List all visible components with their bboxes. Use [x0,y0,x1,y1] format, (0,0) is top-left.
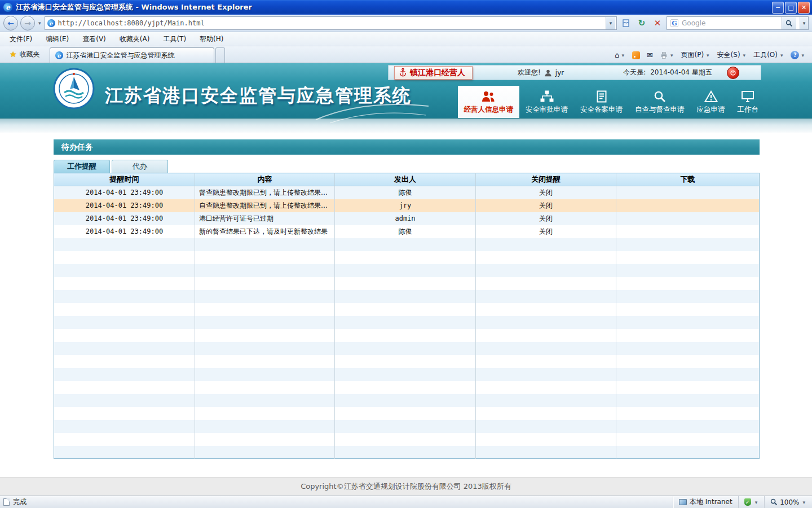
table-cell [335,433,476,446]
table-row: 2014-04-01 23:49:00新的督查结果已下达，请及时更新整改结果陈俊… [54,225,760,238]
table-cell [335,342,476,355]
table-cell [476,420,616,433]
table-cell: 港口经营许可证号已过期 [195,212,335,225]
search-input[interactable]: Google [682,19,778,27]
new-tab-button[interactable] [215,47,225,63]
table-cell [195,277,335,290]
logout-button[interactable] [727,67,739,79]
safety-menu-button[interactable]: 安全(S)▾ [717,50,747,60]
refresh-button[interactable]: ↻ [635,16,648,30]
table-cell [195,238,335,251]
table-cell: 2014-04-01 23:49:00 [54,199,195,212]
nav-safety-record[interactable]: 安全备案申请 [574,86,629,118]
close-reminder-link[interactable]: 关闭 [476,225,616,238]
print-button[interactable]: ▾ [660,51,674,59]
favorites-button[interactable]: ★ 收藏夹 [5,47,45,61]
back-button[interactable]: ← [3,16,18,30]
table-cell [195,433,335,446]
status-text: 完成 [13,497,27,507]
close-reminder-link[interactable]: 关闭 [476,212,616,225]
protected-mode-dropdown[interactable]: ▾ [754,500,759,505]
table-row: 2014-04-01 23:49:00自查隐患整改期限已到，请上传整改结果…jr… [54,199,760,212]
recent-pages-dropdown[interactable]: ▾ [37,20,42,26]
feed-button[interactable] [632,51,640,59]
status-bar: 完成 本地 Intranet ✓ ▾ 100% ▾ [0,496,812,508]
search-options-dropdown[interactable]: ▾ [800,17,808,29]
role-badge: 镇江港口经营人 [394,66,473,80]
table-cell [476,238,616,251]
nav-safety-approval[interactable]: 安全审批申请 [519,86,574,118]
table-row [54,342,760,355]
warning-icon [704,89,718,103]
tab-favicon-icon: e [55,51,63,59]
tools-menu-button[interactable]: 工具(O)▾ [753,50,784,60]
table-cell [335,355,476,368]
menu-view[interactable]: 查看(V) [76,33,112,46]
maximize-button[interactable]: □ [785,2,797,14]
zoom-control[interactable]: 100% ▾ [764,496,812,508]
nav-inspection[interactable]: 自查与督查申请 [629,86,691,118]
close-reminder-link[interactable]: 关闭 [476,199,616,212]
nav-workbench[interactable]: 工作台 [731,86,765,118]
table-cell [335,264,476,277]
search-go-button[interactable] [782,17,796,29]
forward-button[interactable]: → [20,16,35,30]
table-row [54,277,760,290]
help-button[interactable]: ?▾ [791,51,805,59]
table-cell [616,329,760,342]
search-box[interactable]: G Google ▾ [667,16,809,30]
col-header-download: 下载 [616,173,760,186]
help-icon: ? [791,51,799,59]
table-cell [54,238,195,251]
table-row [54,420,760,433]
zoom-value: 100% [780,498,799,506]
tab-todo[interactable]: 代办 [112,160,168,173]
task-tabs: 工作提醒 代办 [54,160,760,173]
browser-tab[interactable]: e 江苏省港口安全监管与应急管理系统 [50,47,214,63]
username: jyr [555,69,564,77]
home-button[interactable]: ⌂▾ [615,51,625,59]
menu-edit[interactable]: 编辑(E) [39,33,75,46]
feed-icon [632,51,640,59]
nav-emergency[interactable]: 应急申请 [691,86,731,118]
table-row: 2014-04-01 23:49:00港口经营许可证号已过期admin关闭 [54,212,760,225]
table-cell [335,394,476,407]
table-cell [54,355,195,368]
welcome-label: 欢迎您! [518,68,541,77]
address-input[interactable]: e http://localhost:8080/yjpt/Main.html ▾ [45,16,617,30]
nav-label: 自查与督查申请 [635,105,685,115]
stop-button[interactable]: ✕ [651,16,664,30]
col-header-sender: 发出人 [335,173,476,186]
compatibility-view-button[interactable] [619,16,633,30]
url-text[interactable]: http://localhost:8080/yjpt/Main.html [58,19,603,27]
operators-icon [481,89,496,103]
table-cell [476,290,616,303]
table-cell [195,446,335,459]
menu-help[interactable]: 帮助(H) [193,33,230,46]
read-mail-button[interactable]: ✉ [647,51,653,59]
minimize-button[interactable]: ─ [772,2,784,14]
table-cell [476,329,616,342]
protected-mode-cell[interactable]: ✓ ▾ [738,496,765,508]
table-cell [54,446,195,459]
menu-favorites[interactable]: 收藏夹(A) [113,33,156,46]
nav-operator-info[interactable]: 经营人信息申请 [458,86,520,118]
autocomplete-dropdown[interactable]: ▾ [606,17,615,29]
table-cell [54,277,195,290]
page-menu-button[interactable]: 页面(P)▾ [681,50,710,60]
close-reminder-link[interactable]: 关闭 [476,186,616,199]
menu-tools[interactable]: 工具(T) [157,33,192,46]
document-icon [596,89,607,103]
table-row [54,329,760,342]
table-cell [476,264,616,277]
tab-work-reminder[interactable]: 工作提醒 [54,160,110,173]
menu-file[interactable]: 文件(F) [3,33,38,46]
table-cell [476,355,616,368]
table-cell [616,277,760,290]
table-cell [476,277,616,290]
table-cell [476,368,616,381]
zoom-dropdown[interactable]: ▾ [801,500,806,505]
close-button[interactable]: ✕ [798,2,810,14]
home-icon: ⌂ [615,51,619,59]
table-cell [54,394,195,407]
